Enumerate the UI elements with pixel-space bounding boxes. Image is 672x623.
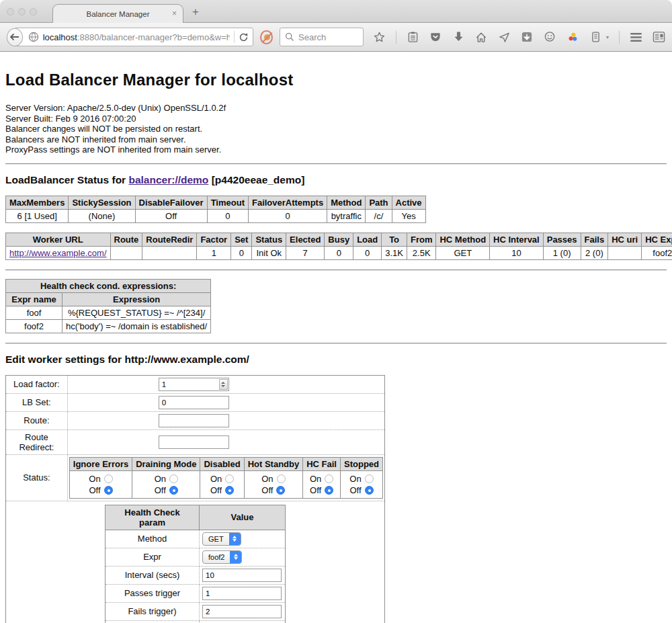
status-col-header: HC Fail (303, 457, 341, 470)
window-close-button[interactable] (7, 8, 14, 15)
health-label-method: Method (106, 530, 200, 548)
radio-line: On (135, 473, 197, 485)
number-spinner-icon[interactable] (219, 379, 228, 390)
worker-status-table: Worker URLRouteRouteRedirFactorSetStatus… (5, 233, 672, 260)
worker-col-header: HC Method (436, 233, 490, 246)
draining-mode-on-radio[interactable] (169, 474, 178, 483)
save-page-icon[interactable] (521, 31, 534, 44)
pocket-icon[interactable] (429, 31, 442, 44)
status-label: Status: (6, 454, 68, 501)
reader-pages-icon[interactable] (653, 31, 665, 44)
health-label-interval-secs: Interval (secs) (106, 566, 200, 584)
downloads-icon[interactable] (452, 31, 465, 44)
reload-icon[interactable] (239, 32, 249, 42)
radio-label: Off (310, 485, 321, 496)
worker-cell (142, 246, 197, 259)
worker-cell: 3.1K (382, 246, 407, 259)
balancer-link[interactable]: balancer://demo (128, 174, 208, 185)
route-redirect-input[interactable] (159, 435, 229, 449)
home-icon[interactable] (475, 31, 488, 44)
balancer-cell: bytraffic (327, 209, 366, 222)
window-zoom-button[interactable] (30, 8, 37, 15)
stopped-on-radio[interactable] (365, 474, 374, 483)
bookmark-star-icon[interactable] (373, 31, 386, 44)
worker-col-header: Load (353, 233, 382, 246)
ignore-errors-off-radio[interactable] (104, 486, 113, 495)
radio-line: On (73, 473, 129, 485)
expr-select[interactable]: foof2 (202, 550, 242, 564)
balancer-cell: 6 [1 Used] (6, 209, 69, 222)
divider (5, 163, 667, 165)
route-row: Route: (6, 411, 385, 429)
menu-hamburger-icon[interactable] (630, 31, 642, 44)
expr-title-row: Health check cond. expressions: (6, 279, 211, 292)
extension-colored-dots-icon[interactable] (566, 31, 579, 44)
arrow-down (234, 557, 238, 560)
expr-header-row: Expr nameExpression (6, 292, 211, 306)
balancer-cell: /c/ (366, 209, 392, 222)
browser-window: Balancer Manager × + localhost:8880/bala… (0, 0, 672, 623)
status-cell-stopped: OnOff (341, 470, 383, 498)
hc-fail-off-radio[interactable] (325, 486, 333, 495)
balancer-cell: 0 (207, 209, 248, 222)
worker-col-header: From (407, 233, 436, 246)
draining-mode-off-radio[interactable] (169, 486, 178, 495)
expression-cell: hc('body') =~ /domain is established/ (62, 319, 211, 333)
search-bar[interactable]: Search (280, 28, 364, 46)
disabled-off-radio[interactable] (225, 486, 234, 495)
tab-bar: Balancer Manager × + (0, 0, 672, 23)
containers-icon[interactable] (589, 31, 602, 44)
plugin-blocked-icon[interactable] (260, 30, 273, 44)
radio-line: On (247, 473, 300, 485)
server-info-line: Balancers are NOT inherited from main se… (5, 134, 667, 145)
worker-col-header: Fails (581, 233, 608, 246)
radio-label: Off (155, 485, 166, 496)
hot-standby-on-radio[interactable] (277, 474, 286, 483)
fails-trigger-input[interactable] (202, 605, 282, 618)
lb-set-input[interactable] (159, 396, 229, 409)
navigation-toolbar: localhost:8880/balancer-manager?b=demo&w… (0, 23, 672, 52)
worker-url-link[interactable]: http://www.example.com/ (9, 248, 107, 258)
server-info-line: Server Built: Feb 9 2016 07:00:20 (5, 114, 667, 124)
radio-line: On (343, 473, 380, 485)
method-select[interactable]: GET (202, 532, 241, 546)
window-controls (7, 8, 37, 15)
page-content: Load Balancer Manager for localhost Serv… (0, 52, 672, 623)
radio-line: Off (247, 485, 300, 496)
new-tab-button[interactable]: + (192, 5, 199, 19)
url-text[interactable]: localhost:8880/balancer-manager?b=demo&w… (43, 32, 230, 42)
url-bar[interactable]: localhost:8880/balancer-manager?b=demo&w… (14, 28, 254, 46)
radio-line: Off (306, 485, 337, 496)
hot-standby-off-radio[interactable] (276, 486, 285, 495)
worker-cell: foof2 (642, 246, 672, 259)
balancer-col-header: MaxMembers (6, 196, 69, 209)
reading-list-icon[interactable] (407, 31, 419, 44)
toolbar-separator (396, 31, 396, 44)
health-value-cell (200, 620, 286, 623)
load-factor-input[interactable]: 1 (159, 378, 229, 391)
toolbar-separator-2 (619, 31, 620, 44)
search-placeholder: Search (298, 32, 326, 42)
back-button[interactable] (7, 28, 23, 46)
ignore-errors-on-radio[interactable] (104, 474, 113, 483)
worker-col-header: RouteRedir (142, 233, 197, 246)
passes-trigger-input[interactable] (202, 587, 282, 600)
tab-close-icon[interactable]: × (172, 9, 177, 18)
route-input[interactable] (159, 414, 229, 427)
stopped-off-radio[interactable] (365, 486, 374, 495)
status-col-header: Hot Standby (244, 457, 303, 470)
hc-fail-on-radio[interactable] (325, 474, 333, 483)
worker-cell: 1 (197, 246, 231, 259)
window-minimize-button[interactable] (18, 8, 26, 15)
dropdown-caret-icon[interactable]: ▾ (606, 34, 609, 40)
server-info: Server Version: Apache/2.5.0-dev (Unix) … (5, 103, 667, 155)
selected-option: GET (203, 535, 229, 543)
interval-secs-input[interactable] (202, 569, 282, 582)
load-factor-label: Load factor: (6, 375, 68, 393)
browser-tab[interactable]: Balancer Manager × (52, 4, 183, 23)
radio-label: On (349, 473, 361, 485)
worker-col-header: Worker URL (6, 233, 111, 246)
disabled-on-radio[interactable] (225, 474, 234, 483)
send-tab-icon[interactable] (498, 31, 511, 44)
feedback-smiley-icon[interactable] (544, 31, 556, 44)
